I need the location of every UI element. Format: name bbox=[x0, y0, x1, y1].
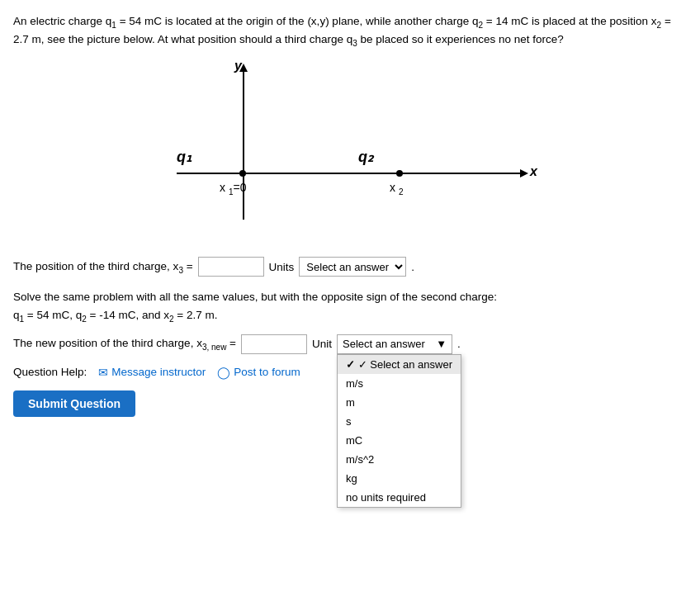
part1-period: . bbox=[411, 261, 414, 273]
x-axis-label: x bbox=[530, 164, 537, 179]
dropdown-option-select[interactable]: ✓ Select an answer bbox=[338, 355, 461, 374]
part2-input[interactable] bbox=[241, 334, 307, 354]
part2-units-selected-label: Select an answer bbox=[343, 338, 425, 350]
part2-units-select-trigger[interactable]: Select an answer ▼ bbox=[337, 334, 452, 354]
part1-units-label: Units bbox=[269, 261, 295, 273]
dropdown-option-kg[interactable]: kg bbox=[338, 469, 461, 488]
post-to-forum-label: Post to forum bbox=[234, 366, 300, 378]
dropdown-chevron-icon: ▼ bbox=[436, 338, 447, 350]
part1-units-select[interactable]: Select an answer m/s m s mC m/s^2 kg no … bbox=[299, 257, 406, 277]
part2-description: Solve the same problem with all the same… bbox=[13, 288, 687, 325]
q2-dot bbox=[396, 170, 403, 177]
part2-units-label: Unit bbox=[312, 338, 332, 350]
part2-label: The new position of the third charge, x3… bbox=[13, 337, 236, 352]
submit-button[interactable]: Submit Question bbox=[13, 390, 135, 417]
origin-dot bbox=[239, 170, 246, 177]
part1-input[interactable] bbox=[198, 257, 264, 277]
message-instructor-link[interactable]: ✉ Message instructor bbox=[98, 366, 206, 379]
part2-units-dropdown-menu: ✓ Select an answer m/s m s mC m/s^2 kg n… bbox=[337, 354, 461, 508]
forum-icon: ◯ bbox=[217, 366, 230, 379]
part1-label: The position of the third charge, x3 = bbox=[13, 260, 193, 275]
message-instructor-label: Message instructor bbox=[111, 366, 206, 378]
part2-period: . bbox=[457, 338, 461, 350]
post-to-forum-link[interactable]: ◯ Post to forum bbox=[217, 366, 300, 379]
question-help-label: Question Help: bbox=[13, 366, 87, 378]
problem-description: An electric charge q1 = 54 mC is located… bbox=[13, 13, 687, 49]
dropdown-option-mc[interactable]: mC bbox=[338, 431, 461, 450]
dropdown-option-s[interactable]: s bbox=[338, 412, 461, 431]
dropdown-option-m[interactable]: m bbox=[338, 393, 461, 412]
q1-label: q₁ bbox=[177, 148, 192, 166]
part1-row: The position of the third charge, x3 = U… bbox=[13, 257, 687, 277]
diagram: y x q₁ q₂ x 1=0 x 2 bbox=[13, 59, 687, 240]
dropdown-option-ms[interactable]: m/s bbox=[338, 374, 461, 393]
x2-label: x 2 bbox=[390, 181, 403, 196]
y-axis-label: y bbox=[234, 59, 242, 73]
x-axis-arrow bbox=[520, 169, 528, 177]
part2-units-dropdown-container: Select an answer ▼ ✓ Select an answer m/… bbox=[337, 334, 452, 354]
y-axis bbox=[243, 67, 244, 220]
part2-row: The new position of the third charge, x3… bbox=[13, 334, 687, 354]
x-axis bbox=[177, 173, 523, 174]
x1-label: x 1=0 bbox=[220, 181, 246, 196]
envelope-icon: ✉ bbox=[98, 366, 108, 379]
q2-label: q₂ bbox=[358, 148, 373, 166]
dropdown-option-no-units[interactable]: no units required bbox=[338, 488, 461, 507]
dropdown-option-ms2[interactable]: m/s^2 bbox=[338, 450, 461, 469]
